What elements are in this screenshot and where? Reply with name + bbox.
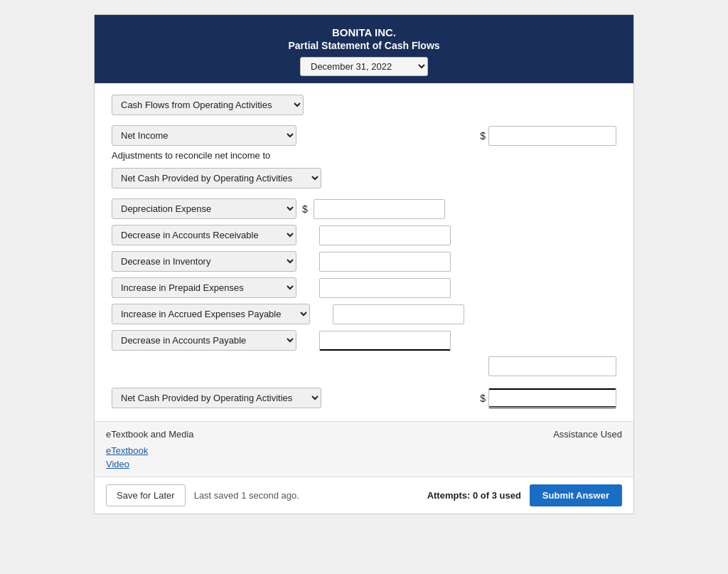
accounts-payable-select[interactable]: Decrease in Accounts Payable <box>112 330 296 351</box>
net-cash-bottom-row: Net Cash Provided by Operating Activitie… <box>112 388 616 408</box>
media-label: eTextbook and Media <box>106 429 194 440</box>
net-cash-select-top[interactable]: Net Cash Provided by Operating Activitie… <box>112 168 321 188</box>
header: BONITA INC. Partial Statement of Cash Fl… <box>95 15 633 83</box>
footer-media-header: eTextbook and Media Assistance Used <box>106 429 622 440</box>
action-bar: Save for Later Last saved 1 second ago. … <box>95 477 633 514</box>
net-income-input[interactable] <box>488 126 616 146</box>
net-cash-dollar: $ <box>480 393 486 404</box>
adj-row-prepaid: Increase in Prepaid Expenses <box>112 277 616 298</box>
accounts-receivable-input[interactable] <box>319 225 451 245</box>
prepaid-input[interactable] <box>319 278 451 298</box>
subtotal-area <box>112 356 616 381</box>
net-cash-label-row: Net Cash Provided by Operating Activitie… <box>112 168 616 188</box>
footer-media: eTextbook and Media Assistance Used eTex… <box>95 421 633 477</box>
content-area: Cash Flows from Operating Activities Net… <box>95 83 633 408</box>
accounts-receivable-select[interactable]: Decrease in Accounts Receivable <box>112 225 296 245</box>
net-cash-input[interactable] <box>488 388 616 408</box>
prepaid-select[interactable]: Increase in Prepaid Expenses <box>112 277 296 298</box>
inventory-select[interactable]: Decrease in Inventory <box>112 251 296 272</box>
attempts-text: Attempts: 0 of 3 used <box>427 490 521 501</box>
adj-row-accounts-receivable: Decrease in Accounts Receivable <box>112 225 616 245</box>
accounts-payable-input[interactable] <box>319 331 451 351</box>
subtotal-input[interactable] <box>488 356 616 376</box>
inventory-input[interactable] <box>319 252 451 272</box>
video-link[interactable]: Video <box>106 459 622 469</box>
net-income-dollar: $ <box>480 130 486 142</box>
adj-row-depreciation: Depreciation Expense $ <box>112 198 616 219</box>
depreciation-input[interactable] <box>314 199 445 219</box>
save-later-button[interactable]: Save for Later <box>106 484 186 506</box>
net-income-select[interactable]: Net Income <box>112 125 296 146</box>
net-cash-select-bottom[interactable]: Net Cash Provided by Operating Activitie… <box>112 388 321 408</box>
adj-row-accounts-payable: Decrease in Accounts Payable <box>112 330 616 351</box>
adjustments-container: Depreciation Expense $ Decrease in Accou… <box>112 198 616 351</box>
submit-button[interactable]: Submit Answer <box>530 484 622 506</box>
assistance-label: Assistance Used <box>553 429 622 440</box>
accrued-input[interactable] <box>333 304 464 324</box>
date-select-wrapper: December 31, 2022 <box>300 57 428 76</box>
net-income-row: Net Income $ <box>112 125 616 146</box>
main-container: BONITA INC. Partial Statement of Cash Fl… <box>94 14 634 514</box>
etextbook-link[interactable]: eTextbook <box>106 445 622 456</box>
date-select[interactable]: December 31, 2022 <box>300 57 428 76</box>
adj-row-accrued: Increase in Accrued Expenses Payable <box>112 304 616 324</box>
accrued-select[interactable]: Increase in Accrued Expenses Payable <box>112 304 310 324</box>
footer-media-links: eTextbook Video <box>106 445 622 469</box>
adj-row-inventory: Decrease in Inventory <box>112 251 616 272</box>
company-name: BONITA INC. <box>102 26 626 38</box>
cash-flows-select[interactable]: Cash Flows from Operating Activities <box>112 95 304 115</box>
last-saved-text: Last saved 1 second ago. <box>194 490 299 501</box>
cash-flows-row: Cash Flows from Operating Activities <box>112 95 616 115</box>
depreciation-dollar: $ <box>302 203 308 215</box>
adjustments-label: Adjustments to reconcile net income to <box>112 150 616 161</box>
statement-title: Partial Statement of Cash Flows <box>102 40 626 51</box>
depreciation-select[interactable]: Depreciation Expense <box>112 198 296 219</box>
